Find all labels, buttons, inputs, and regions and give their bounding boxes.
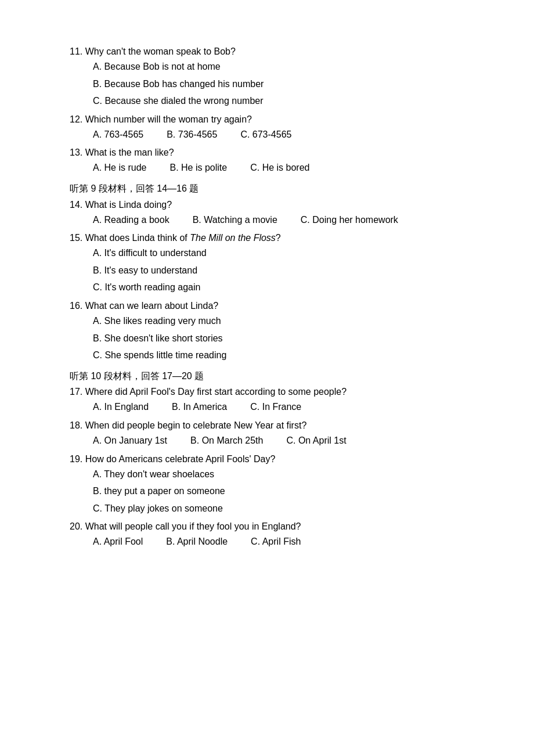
q13-options: A. He is rude B. He is polite C. He is b… [93,160,476,175]
q11-option-a: A. Because Bob is not at home [93,59,476,74]
q15-text: 15. What does Linda think of The Mill on… [70,233,476,243]
q15-option-c: C. It's worth reading again [93,280,476,295]
question-14: 14. What is Linda doing? A. Reading a bo… [70,200,476,228]
q11-option-b: B. Because Bob has changed his number [93,77,476,92]
q20-option-b: B. April Noodle [166,534,228,549]
q11-text: 11. Why can't the woman speak to Bob? [70,46,476,57]
q13-option-c: C. He is bored [250,160,309,175]
q12-text: 12. Which number will the woman try agai… [70,114,476,125]
q13-text: 13. What is the man like? [70,147,476,158]
q19-text: 19. How do Americans celebrate April Foo… [70,454,476,465]
q14-option-c: C. Doing her homework [301,213,398,228]
q13-option-b: B. He is polite [169,160,227,175]
q13-option-a: A. He is rude [93,160,146,175]
q14-option-a: A. Reading a book [93,213,169,228]
question-17: 17. Where did April Fool's Day first sta… [70,387,476,415]
q18-option-b: B. On March 25th [190,433,263,448]
q11-option-c: C. Because she dialed the wrong number [93,93,476,109]
q20-option-c: C. April Fish [251,534,301,549]
question-12: 12. Which number will the woman try agai… [70,114,476,142]
q20-option-a: A. April Fool [93,534,143,549]
q12-options: A. 763-4565 B. 736-4565 C. 673-4565 [93,127,476,142]
q18-option-c: C. On April 1st [286,433,346,448]
q16-option-b: B. She doesn't like short stories [93,331,476,346]
q15-option-a: A. It's difficult to understand [93,246,476,261]
q16-option-c: C. She spends little time reading [93,348,476,363]
q12-option-a: A. 763-4565 [93,127,143,142]
q19-option-c: C. They play jokes on someone [93,501,476,516]
question-18: 18. When did people begin to celebrate N… [70,420,476,448]
q17-option-b: B. In America [172,399,227,415]
q12-option-b: B. 736-4565 [167,127,217,142]
q14-text: 14. What is Linda doing? [70,200,476,210]
q14-options: A. Reading a book B. Watching a movie C.… [93,213,476,228]
q19-option-b: B. they put a paper on someone [93,484,476,499]
q17-option-a: A. In England [93,399,149,415]
q18-option-a: A. On January 1st [93,433,167,448]
q18-text: 18. When did people begin to celebrate N… [70,420,476,431]
q16-option-a: A. She likes reading very much [93,314,476,329]
q20-text: 20. What will people call you if they fo… [70,521,476,532]
q20-options: A. April Fool B. April Noodle C. April F… [93,534,476,549]
question-19: 19. How do Americans celebrate April Foo… [70,454,476,516]
q15-option-b: B. It's easy to understand [93,263,476,278]
q12-option-c: C. 673-4565 [240,127,291,142]
q17-text: 17. Where did April Fool's Day first sta… [70,387,476,397]
q18-options: A. On January 1st B. On March 25th C. On… [93,433,476,448]
question-16: 16. What can we learn about Linda? A. Sh… [70,301,476,363]
question-15: 15. What does Linda think of The Mill on… [70,233,476,295]
question-11: 11. Why can't the woman speak to Bob? A.… [70,46,476,109]
question-13: 13. What is the man like? A. He is rude … [70,147,476,175]
q17-option-c: C. In France [250,399,301,415]
section3-header: 听第 10 段材料，回答 17—20 题 [70,369,476,384]
question-20: 20. What will people call you if they fo… [70,521,476,549]
section2-header: 听第 9 段材料，回答 14—16 题 [70,181,476,196]
q17-options: A. In England B. In America C. In France [93,399,476,415]
q16-text: 16. What can we learn about Linda? [70,301,476,311]
q14-option-b: B. Watching a movie [193,213,277,228]
q19-option-a: A. They don't wear shoelaces [93,467,476,482]
